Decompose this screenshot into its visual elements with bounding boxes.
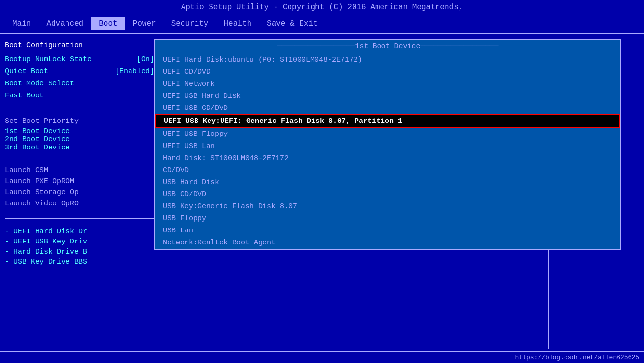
menu-item-advanced[interactable]: Advanced (39, 17, 91, 30)
dropdown-item[interactable]: USB Lan (155, 225, 620, 237)
launch-section: Launch CSM Launch PXE OpROM Launch Stora… (5, 166, 154, 208)
setting-fast-boot[interactable]: Fast Boot (5, 92, 154, 100)
setting-quiet-boot[interactable]: Quiet Boot [Enabled] (5, 67, 154, 76)
setting-bootup-numlock[interactable]: Bootup NumLock State [On] (5, 55, 154, 64)
drive-hdd: - Hard Disk Drive B (5, 248, 154, 256)
launch-video[interactable]: Launch Video OpRO (5, 200, 154, 208)
dropdown-item[interactable]: UEFI CD/DVD (155, 66, 620, 78)
menu-bar: MainAdvancedBootPowerSecurityHealthSave … (0, 14, 644, 34)
dropdown-item[interactable]: UEFI USB Floppy (155, 128, 620, 140)
dropdown-item[interactable]: USB CD/DVD (155, 188, 620, 201)
dropdown-item[interactable]: USB Hard Disk (155, 176, 620, 188)
boot-2nd-device[interactable]: 2nd Boot Device (5, 135, 154, 144)
bottom-bar: https://blog.csdn.net/allen625625 (0, 351, 644, 363)
dropdown-item[interactable]: UEFI USB Hard Disk (155, 90, 620, 102)
boot-priority-section: Set Boot Priority 1st Boot Device 2nd Bo… (5, 117, 154, 152)
setting-label-boot-mode: Boot Mode Select (5, 80, 74, 88)
drive-usb-key: - USB Key Drive BBS (5, 258, 154, 266)
dropdown-item[interactable]: Network:Realtek Boot Agent (155, 237, 620, 249)
boot-1st-device[interactable]: 1st Boot Device (5, 127, 154, 135)
setting-label-numlock: Bootup NumLock State (5, 55, 92, 64)
menu-item-save---exit[interactable]: Save & Exit (259, 17, 326, 30)
setting-label-quiet: Quiet Boot (5, 67, 48, 76)
dropdown-item[interactable]: Hard Disk: ST1000LM048-2E7172 (155, 152, 620, 164)
setting-boot-mode[interactable]: Boot Mode Select (5, 80, 154, 88)
boot-device-dropdown[interactable]: 1st Boot Device UEFI Hard Disk:ubuntu (P… (154, 39, 621, 250)
menu-item-power[interactable]: Power (125, 17, 164, 30)
boot-3rd-device[interactable]: 3rd Boot Device (5, 144, 154, 152)
dropdown-item[interactable]: CD/DVD (155, 164, 620, 176)
dropdown-item[interactable]: USB Floppy (155, 213, 620, 225)
launch-csm[interactable]: Launch CSM (5, 166, 154, 175)
dropdown-item[interactable]: UEFI Hard Disk:ubuntu (P0: ST1000LM048-2… (155, 54, 620, 66)
menu-item-main[interactable]: Main (5, 17, 39, 30)
drive-section: - UEFI Hard Disk Dr - UEFI USB Key Driv … (5, 228, 154, 266)
dropdown-item[interactable]: USB Key:Generic Flash Disk 8.07 (155, 201, 620, 213)
drive-uefi-usb-key: - UEFI USB Key Driv (5, 238, 154, 246)
menu-item-boot[interactable]: Boot (91, 17, 125, 30)
drive-uefi-hdd: - UEFI Hard Disk Dr (5, 228, 154, 236)
menu-item-security[interactable]: Security (164, 17, 216, 30)
menu-item-health[interactable]: Health (216, 17, 259, 30)
url-text: https://blog.csdn.net/allen625625 (515, 354, 639, 361)
dropdown-item[interactable]: UEFI USB Key:UEFI: Generic Flash Disk 8.… (155, 114, 620, 128)
dropdown-item[interactable]: UEFI Network (155, 78, 620, 90)
launch-storage[interactable]: Launch Storage Op (5, 188, 154, 197)
boot-priority-label: Set Boot Priority (5, 117, 154, 125)
dropdown-title: 1st Boot Device (155, 40, 620, 54)
setting-value-quiet: [Enabled] (115, 67, 154, 76)
launch-pxe[interactable]: Launch PXE OpROM (5, 177, 154, 186)
section-title: Boot Configuration (5, 41, 154, 50)
dropdown-item[interactable]: UEFI USB Lan (155, 140, 620, 152)
title-text: Aptio Setup Utility - Copyright (C) 2016… (181, 3, 463, 12)
left-panel: Boot Configuration Bootup NumLock State … (0, 34, 159, 358)
setting-value-numlock: [On] (137, 55, 154, 64)
dropdown-item[interactable]: UEFI USB CD/DVD (155, 102, 620, 114)
setting-label-fast-boot: Fast Boot (5, 92, 44, 100)
title-bar: Aptio Setup Utility - Copyright (C) 2016… (0, 0, 644, 14)
